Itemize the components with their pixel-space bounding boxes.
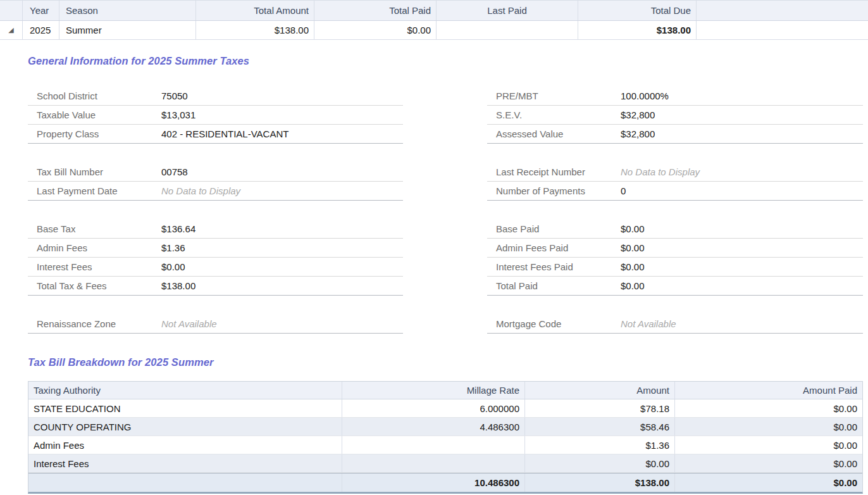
info-row-number-of-payments: Number of Payments 0 xyxy=(487,182,863,201)
field-value: $0.00 xyxy=(621,223,645,234)
cell-amount: $0.00 xyxy=(525,454,675,472)
column-header-total-amount: Total Amount xyxy=(196,1,314,20)
field-value: $0.00 xyxy=(621,280,645,291)
info-group-valuation: PRE/MBT 100.0000% S.E.V. $32,800 Assesse… xyxy=(487,87,863,144)
info-row-assessed-value: Assessed Value $32,800 xyxy=(487,125,863,144)
general-info-right-column: PRE/MBT 100.0000% S.E.V. $32,800 Assesse… xyxy=(487,87,863,353)
field-value-empty: No Data to Display xyxy=(621,166,700,177)
field-value: $0.00 xyxy=(621,261,645,272)
info-group-receipts: Last Receipt Number No Data to Display N… xyxy=(487,163,863,201)
field-label: Interest Fees Paid xyxy=(496,261,621,272)
column-header-season: Season xyxy=(59,1,196,20)
cell-amount-paid: $0.00 xyxy=(675,418,862,435)
cell-total-millage: 10.486300 xyxy=(342,473,525,492)
field-label: Total Tax & Fees xyxy=(37,280,161,291)
field-value: $32,800 xyxy=(621,128,655,139)
expander-column-header xyxy=(0,1,23,20)
field-value: $32,800 xyxy=(621,110,655,120)
cell-year: 2025 xyxy=(23,21,59,39)
cell-total-due: $138.00 xyxy=(578,21,697,39)
field-label: Base Tax xyxy=(37,223,161,234)
field-label: PRE/MBT xyxy=(496,91,621,101)
field-value: 75050 xyxy=(161,91,188,101)
cell-season: Summer xyxy=(59,21,196,39)
column-header-last-paid: Last Paid xyxy=(437,1,578,20)
field-label: Total Paid xyxy=(496,280,621,291)
cell-total-amount: $138.00 xyxy=(196,21,314,39)
cell-taxing-authority: Interest Fees xyxy=(28,454,342,472)
info-group-property: School District 75050 Taxable Value $13,… xyxy=(28,87,403,144)
field-value: $136.64 xyxy=(161,223,195,234)
info-group-tax-amounts: Base Tax $136.64 Admin Fees $1.36 Intere… xyxy=(28,220,403,296)
field-label: School District xyxy=(37,91,161,101)
column-header-filler xyxy=(697,1,868,20)
cell-taxing-authority: STATE EDUCATION xyxy=(28,399,342,417)
field-value-empty: No Data to Display xyxy=(161,185,240,196)
field-value: $138.00 xyxy=(161,280,195,291)
info-row-last-receipt-number: Last Receipt Number No Data to Display xyxy=(487,163,863,182)
field-label: Assessed Value xyxy=(496,128,621,139)
info-row-sev: S.E.V. $32,800 xyxy=(487,106,863,125)
info-row-admin-fees-paid: Admin Fees Paid $0.00 xyxy=(487,239,863,258)
cell-amount-paid: $0.00 xyxy=(675,399,862,417)
column-header-millage-rate: Millage Rate xyxy=(342,382,525,399)
column-header-year: Year xyxy=(23,1,59,20)
info-row-pre-mbt: PRE/MBT 100.0000% xyxy=(487,87,863,106)
cell-amount: $1.36 xyxy=(525,436,675,454)
cell-amount-paid: $0.00 xyxy=(675,436,862,454)
field-label: Property Class xyxy=(37,128,161,139)
breakdown-row-state-education: STATE EDUCATION 6.000000 $78.18 $0.00 xyxy=(28,399,862,418)
field-label: Number of Payments xyxy=(496,185,621,196)
general-information-heading: General Information for 2025 Summer Taxe… xyxy=(28,55,249,67)
tax-bill-breakdown-table: Taxing Authority Millage Rate Amount Amo… xyxy=(28,381,863,494)
breakdown-row-admin-fees: Admin Fees $1.36 $0.00 xyxy=(28,436,862,454)
info-row-tax-bill-number: Tax Bill Number 00758 xyxy=(28,163,403,182)
info-row-taxable-value: Taxable Value $13,031 xyxy=(28,106,403,125)
tax-year-summary-grid: Year Season Total Amount Total Paid Last… xyxy=(0,0,868,40)
field-label: Tax Bill Number xyxy=(37,166,161,177)
cell-amount: $78.18 xyxy=(525,399,675,417)
summary-grid-row-2025-summer: ◢ 2025 Summer $138.00 $0.00 $138.00 xyxy=(0,21,868,40)
row-expander-cell: ◢ xyxy=(0,21,23,39)
info-row-renaissance-zone: Renaissance Zone Not Available xyxy=(28,315,403,334)
cell-millage-rate: 4.486300 xyxy=(342,418,525,435)
field-label: Renaissance Zone xyxy=(37,318,161,329)
field-label: Admin Fees Paid xyxy=(496,242,621,253)
cell-millage-rate xyxy=(342,454,525,472)
field-value: 00758 xyxy=(161,166,188,177)
tax-bill-breakdown-heading: Tax Bill Breakdown for 2025 Summer xyxy=(28,356,213,368)
info-row-admin-fees: Admin Fees $1.36 xyxy=(28,239,403,258)
cell-amount-paid: $0.00 xyxy=(675,454,862,472)
info-row-school-district: School District 75050 xyxy=(28,87,403,106)
info-row-base-paid: Base Paid $0.00 xyxy=(487,220,863,239)
info-group-paid-amounts: Base Paid $0.00 Admin Fees Paid $0.00 In… xyxy=(487,220,863,296)
cell-taxing-authority: Admin Fees xyxy=(28,436,342,454)
field-value-empty: Not Available xyxy=(161,318,217,329)
info-row-total-tax-fees: Total Tax & Fees $138.00 xyxy=(28,277,403,296)
cell-total-amount-paid: $0.00 xyxy=(675,473,862,492)
breakdown-header-row: Taxing Authority Millage Rate Amount Amo… xyxy=(28,382,862,399)
info-row-total-paid: Total Paid $0.00 xyxy=(487,277,863,296)
info-row-property-class: Property Class 402 - RESIDENTIAL-VACANT xyxy=(28,125,403,144)
field-label: Interest Fees xyxy=(37,261,161,272)
info-row-interest-fees-paid: Interest Fees Paid $0.00 xyxy=(487,258,863,277)
field-label: Taxable Value xyxy=(37,110,161,120)
cell-last-paid xyxy=(437,21,578,39)
cell-amount: $58.46 xyxy=(525,418,675,435)
info-row-mortgage-code: Mortgage Code Not Available xyxy=(487,315,863,334)
cell-filler xyxy=(697,21,868,39)
info-row-base-tax: Base Tax $136.64 xyxy=(28,220,403,239)
info-group-renaissance: Renaissance Zone Not Available xyxy=(28,315,403,334)
cell-millage-rate: 6.000000 xyxy=(342,399,525,417)
field-value: $0.00 xyxy=(161,261,185,272)
cell-total-paid: $0.00 xyxy=(314,21,437,39)
breakdown-row-interest-fees: Interest Fees $0.00 $0.00 xyxy=(28,454,862,473)
general-info-left-column: School District 75050 Taxable Value $13,… xyxy=(28,87,403,353)
row-expand-toggle-icon[interactable]: ◢ xyxy=(8,27,13,34)
field-value: $1.36 xyxy=(161,242,185,253)
field-label: S.E.V. xyxy=(496,110,621,120)
cell-totals-spacer xyxy=(28,473,342,492)
column-header-taxing-authority: Taxing Authority xyxy=(28,382,342,399)
column-header-amount: Amount xyxy=(525,382,675,399)
field-value: 100.0000% xyxy=(621,91,669,101)
